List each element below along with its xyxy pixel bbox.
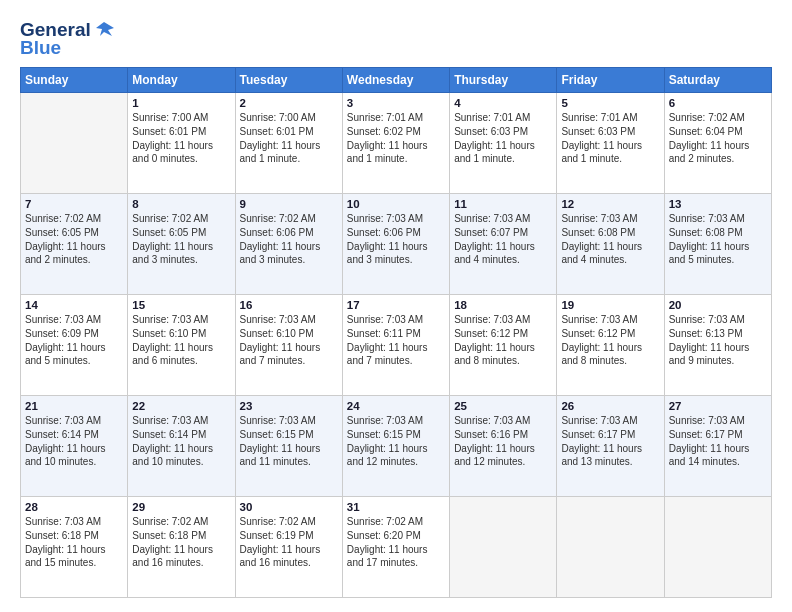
- day-info: Sunrise: 7:00 AMSunset: 6:01 PMDaylight:…: [132, 111, 230, 166]
- day-info: Sunrise: 7:01 AMSunset: 6:03 PMDaylight:…: [561, 111, 659, 166]
- day-info: Sunrise: 7:01 AMSunset: 6:03 PMDaylight:…: [454, 111, 552, 166]
- day-info: Sunrise: 7:03 AMSunset: 6:08 PMDaylight:…: [669, 212, 767, 267]
- day-info: Sunrise: 7:03 AMSunset: 6:17 PMDaylight:…: [561, 414, 659, 469]
- logo-text: General: [20, 20, 91, 39]
- calendar-cell: 7Sunrise: 7:02 AMSunset: 6:05 PMDaylight…: [21, 194, 128, 295]
- calendar-cell: 14Sunrise: 7:03 AMSunset: 6:09 PMDayligh…: [21, 295, 128, 396]
- day-info: Sunrise: 7:03 AMSunset: 6:09 PMDaylight:…: [25, 313, 123, 368]
- calendar-cell: 28Sunrise: 7:03 AMSunset: 6:18 PMDayligh…: [21, 497, 128, 598]
- calendar-cell: 30Sunrise: 7:02 AMSunset: 6:19 PMDayligh…: [235, 497, 342, 598]
- calendar-cell: 11Sunrise: 7:03 AMSunset: 6:07 PMDayligh…: [450, 194, 557, 295]
- day-info: Sunrise: 7:02 AMSunset: 6:19 PMDaylight:…: [240, 515, 338, 570]
- day-number: 17: [347, 299, 445, 311]
- calendar-cell: 22Sunrise: 7:03 AMSunset: 6:14 PMDayligh…: [128, 396, 235, 497]
- logo-blue: Blue: [20, 38, 61, 57]
- page: General Blue SundayMondayTuesdayWednesda…: [0, 0, 792, 612]
- day-number: 20: [669, 299, 767, 311]
- day-number: 9: [240, 198, 338, 210]
- calendar-cell: 18Sunrise: 7:03 AMSunset: 6:12 PMDayligh…: [450, 295, 557, 396]
- calendar-cell: 17Sunrise: 7:03 AMSunset: 6:11 PMDayligh…: [342, 295, 449, 396]
- col-header-saturday: Saturday: [664, 68, 771, 93]
- calendar-cell: 21Sunrise: 7:03 AMSunset: 6:14 PMDayligh…: [21, 396, 128, 497]
- day-info: Sunrise: 7:03 AMSunset: 6:14 PMDaylight:…: [132, 414, 230, 469]
- calendar-cell: [664, 497, 771, 598]
- day-number: 14: [25, 299, 123, 311]
- day-number: 15: [132, 299, 230, 311]
- day-number: 27: [669, 400, 767, 412]
- calendar-cell: 12Sunrise: 7:03 AMSunset: 6:08 PMDayligh…: [557, 194, 664, 295]
- day-number: 21: [25, 400, 123, 412]
- day-number: 18: [454, 299, 552, 311]
- day-info: Sunrise: 7:03 AMSunset: 6:12 PMDaylight:…: [454, 313, 552, 368]
- day-info: Sunrise: 7:02 AMSunset: 6:18 PMDaylight:…: [132, 515, 230, 570]
- day-info: Sunrise: 7:03 AMSunset: 6:15 PMDaylight:…: [347, 414, 445, 469]
- calendar-cell: 5Sunrise: 7:01 AMSunset: 6:03 PMDaylight…: [557, 93, 664, 194]
- logo: General Blue: [20, 18, 116, 57]
- day-number: 3: [347, 97, 445, 109]
- day-number: 16: [240, 299, 338, 311]
- calendar-cell: 6Sunrise: 7:02 AMSunset: 6:04 PMDaylight…: [664, 93, 771, 194]
- day-number: 7: [25, 198, 123, 210]
- calendar-cell: 8Sunrise: 7:02 AMSunset: 6:05 PMDaylight…: [128, 194, 235, 295]
- col-header-thursday: Thursday: [450, 68, 557, 93]
- day-info: Sunrise: 7:03 AMSunset: 6:12 PMDaylight:…: [561, 313, 659, 368]
- day-info: Sunrise: 7:03 AMSunset: 6:18 PMDaylight:…: [25, 515, 123, 570]
- col-header-friday: Friday: [557, 68, 664, 93]
- calendar-cell: 1Sunrise: 7:00 AMSunset: 6:01 PMDaylight…: [128, 93, 235, 194]
- header: General Blue: [20, 18, 772, 57]
- day-info: Sunrise: 7:02 AMSunset: 6:05 PMDaylight:…: [25, 212, 123, 267]
- day-number: 26: [561, 400, 659, 412]
- calendar-cell: 3Sunrise: 7:01 AMSunset: 6:02 PMDaylight…: [342, 93, 449, 194]
- day-number: 29: [132, 501, 230, 513]
- calendar-cell: [450, 497, 557, 598]
- day-info: Sunrise: 7:03 AMSunset: 6:17 PMDaylight:…: [669, 414, 767, 469]
- day-info: Sunrise: 7:02 AMSunset: 6:20 PMDaylight:…: [347, 515, 445, 570]
- calendar-cell: 13Sunrise: 7:03 AMSunset: 6:08 PMDayligh…: [664, 194, 771, 295]
- calendar-cell: [557, 497, 664, 598]
- logo-wing-icon: [94, 18, 116, 40]
- day-number: 19: [561, 299, 659, 311]
- col-header-monday: Monday: [128, 68, 235, 93]
- calendar-cell: 10Sunrise: 7:03 AMSunset: 6:06 PMDayligh…: [342, 194, 449, 295]
- day-info: Sunrise: 7:03 AMSunset: 6:08 PMDaylight:…: [561, 212, 659, 267]
- day-info: Sunrise: 7:02 AMSunset: 6:04 PMDaylight:…: [669, 111, 767, 166]
- calendar-cell: 16Sunrise: 7:03 AMSunset: 6:10 PMDayligh…: [235, 295, 342, 396]
- calendar-cell: 2Sunrise: 7:00 AMSunset: 6:01 PMDaylight…: [235, 93, 342, 194]
- day-number: 13: [669, 198, 767, 210]
- day-number: 1: [132, 97, 230, 109]
- calendar-cell: 31Sunrise: 7:02 AMSunset: 6:20 PMDayligh…: [342, 497, 449, 598]
- col-header-sunday: Sunday: [21, 68, 128, 93]
- day-info: Sunrise: 7:02 AMSunset: 6:06 PMDaylight:…: [240, 212, 338, 267]
- calendar-cell: 27Sunrise: 7:03 AMSunset: 6:17 PMDayligh…: [664, 396, 771, 497]
- day-info: Sunrise: 7:03 AMSunset: 6:10 PMDaylight:…: [132, 313, 230, 368]
- calendar-table: SundayMondayTuesdayWednesdayThursdayFrid…: [20, 67, 772, 598]
- day-number: 25: [454, 400, 552, 412]
- day-number: 31: [347, 501, 445, 513]
- calendar-cell: 4Sunrise: 7:01 AMSunset: 6:03 PMDaylight…: [450, 93, 557, 194]
- day-info: Sunrise: 7:03 AMSunset: 6:15 PMDaylight:…: [240, 414, 338, 469]
- day-number: 30: [240, 501, 338, 513]
- day-number: 28: [25, 501, 123, 513]
- calendar-cell: 29Sunrise: 7:02 AMSunset: 6:18 PMDayligh…: [128, 497, 235, 598]
- calendar-cell: 25Sunrise: 7:03 AMSunset: 6:16 PMDayligh…: [450, 396, 557, 497]
- day-info: Sunrise: 7:03 AMSunset: 6:16 PMDaylight:…: [454, 414, 552, 469]
- day-number: 2: [240, 97, 338, 109]
- calendar-cell: 26Sunrise: 7:03 AMSunset: 6:17 PMDayligh…: [557, 396, 664, 497]
- calendar-cell: 23Sunrise: 7:03 AMSunset: 6:15 PMDayligh…: [235, 396, 342, 497]
- day-number: 4: [454, 97, 552, 109]
- day-number: 8: [132, 198, 230, 210]
- day-info: Sunrise: 7:03 AMSunset: 6:11 PMDaylight:…: [347, 313, 445, 368]
- day-number: 22: [132, 400, 230, 412]
- day-number: 5: [561, 97, 659, 109]
- calendar-cell: 20Sunrise: 7:03 AMSunset: 6:13 PMDayligh…: [664, 295, 771, 396]
- day-number: 23: [240, 400, 338, 412]
- day-number: 12: [561, 198, 659, 210]
- day-info: Sunrise: 7:02 AMSunset: 6:05 PMDaylight:…: [132, 212, 230, 267]
- calendar-cell: 15Sunrise: 7:03 AMSunset: 6:10 PMDayligh…: [128, 295, 235, 396]
- day-info: Sunrise: 7:03 AMSunset: 6:10 PMDaylight:…: [240, 313, 338, 368]
- day-info: Sunrise: 7:03 AMSunset: 6:07 PMDaylight:…: [454, 212, 552, 267]
- day-info: Sunrise: 7:01 AMSunset: 6:02 PMDaylight:…: [347, 111, 445, 166]
- day-info: Sunrise: 7:03 AMSunset: 6:14 PMDaylight:…: [25, 414, 123, 469]
- day-number: 11: [454, 198, 552, 210]
- calendar-cell: 24Sunrise: 7:03 AMSunset: 6:15 PMDayligh…: [342, 396, 449, 497]
